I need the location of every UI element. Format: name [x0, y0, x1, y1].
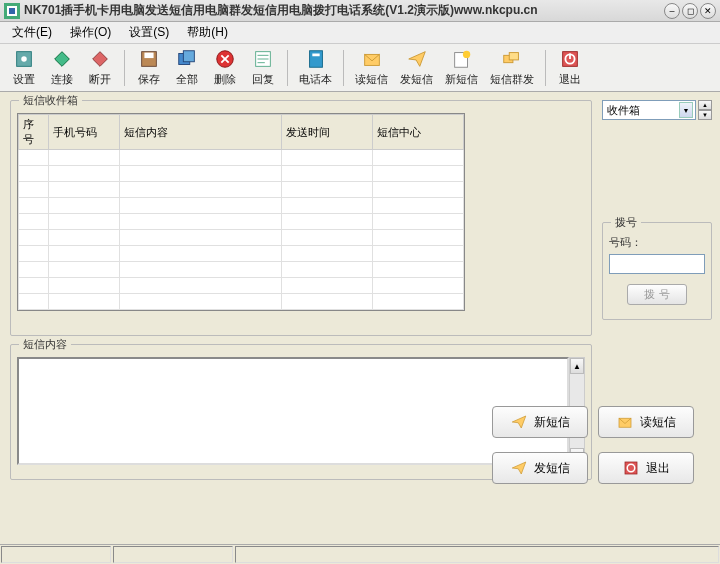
dial-number-label: 号码： [609, 235, 705, 250]
svg-rect-6 [144, 53, 153, 59]
exit-icon [559, 48, 581, 70]
sms-content-textarea[interactable] [17, 357, 569, 465]
new-sms-icon [510, 413, 528, 431]
status-cell [113, 546, 233, 563]
toolbar-disconnect[interactable]: 断开 [82, 45, 118, 90]
save-icon [138, 48, 160, 70]
svg-rect-8 [183, 51, 194, 62]
toolbar-separator [124, 50, 125, 86]
toolbar-send-sms[interactable]: 发短信 [395, 45, 438, 90]
spin-up-button[interactable]: ▲ [698, 100, 712, 110]
table-row[interactable] [19, 278, 464, 294]
phonebook-icon [305, 48, 327, 70]
toolbar-new-sms[interactable]: 新短信 [440, 45, 483, 90]
exit-icon [622, 459, 640, 477]
folder-combo[interactable]: 收件箱 ▼ [602, 100, 696, 120]
menu-help[interactable]: 帮助(H) [179, 22, 236, 43]
menu-bar: 文件(E) 操作(O) 设置(S) 帮助(H) [0, 22, 720, 44]
app-icon [4, 3, 20, 19]
toolbar: 设置 连接 断开 保存 全部 删除 回复 电话本 读短信 发短信 新短信 短信群… [0, 44, 720, 92]
window-title: NK701插手机卡用电脑发送短信用电脑群发短信用电脑拨打电话系统(V1.2演示版… [24, 2, 664, 19]
svg-rect-11 [309, 51, 322, 68]
toolbar-phonebook[interactable]: 电话本 [294, 45, 337, 90]
send-sms-button[interactable]: 发短信 [492, 452, 588, 484]
send-sms-icon [510, 459, 528, 477]
dial-button[interactable]: 拨 号 [627, 284, 686, 305]
inbox-group-title: 短信收件箱 [19, 93, 82, 108]
table-row[interactable] [19, 262, 464, 278]
svg-point-15 [462, 51, 469, 58]
title-bar: NK701插手机卡用电脑发送短信用电脑群发短信用电脑拨打电话系统(V1.2演示版… [0, 0, 720, 22]
col-content[interactable]: 短信内容 [120, 115, 282, 150]
dial-number-input[interactable] [609, 254, 705, 274]
scroll-up-button[interactable]: ▲ [570, 358, 584, 374]
menu-file[interactable]: 文件(E) [4, 22, 60, 43]
svg-point-4 [21, 56, 27, 62]
toolbar-separator [287, 50, 288, 86]
col-time[interactable]: 发送时间 [281, 115, 372, 150]
toolbar-read-sms[interactable]: 读短信 [350, 45, 393, 90]
toolbar-exit[interactable]: 退出 [552, 45, 588, 90]
table-row[interactable] [19, 198, 464, 214]
exit-button[interactable]: 退出 [598, 452, 694, 484]
read-sms-button[interactable]: 读短信 [598, 406, 694, 438]
toolbar-all[interactable]: 全部 [169, 45, 205, 90]
status-bar [0, 544, 720, 564]
table-row[interactable] [19, 182, 464, 198]
sms-content-group-title: 短信内容 [19, 337, 71, 352]
status-cell [1, 546, 111, 563]
toolbar-save[interactable]: 保存 [131, 45, 167, 90]
col-center[interactable]: 短信中心 [372, 115, 463, 150]
toolbar-separator [545, 50, 546, 86]
delete-icon [214, 48, 236, 70]
chevron-down-icon[interactable]: ▼ [679, 102, 693, 118]
table-row[interactable] [19, 230, 464, 246]
status-cell [235, 546, 719, 563]
minimize-button[interactable]: – [664, 3, 680, 19]
connect-icon [51, 48, 73, 70]
table-row[interactable] [19, 310, 464, 312]
menu-operate[interactable]: 操作(O) [62, 22, 119, 43]
maximize-button[interactable]: ◻ [682, 3, 698, 19]
read-sms-icon [361, 48, 383, 70]
toolbar-separator [343, 50, 344, 86]
col-index[interactable]: 序号 [19, 115, 49, 150]
folder-combo-text: 收件箱 [605, 103, 679, 118]
toolbar-setup[interactable]: 设置 [6, 45, 42, 90]
menu-settings[interactable]: 设置(S) [121, 22, 177, 43]
table-row[interactable] [19, 150, 464, 166]
dial-group: 拨号 号码： 拨 号 [602, 222, 712, 320]
send-sms-icon [406, 48, 428, 70]
svg-rect-17 [509, 53, 518, 60]
svg-rect-2 [9, 8, 15, 14]
inbox-table[interactable]: 序号 手机号码 短信内容 发送时间 短信中心 [17, 113, 465, 311]
new-sms-icon [451, 48, 473, 70]
gear-icon [13, 48, 35, 70]
table-row[interactable] [19, 166, 464, 182]
spin-down-button[interactable]: ▼ [698, 110, 712, 120]
reply-icon [252, 48, 274, 70]
table-row[interactable] [19, 246, 464, 262]
inbox-group: 短信收件箱 序号 手机号码 短信内容 发送时间 短信中心 [10, 100, 592, 336]
new-sms-button[interactable]: 新短信 [492, 406, 588, 438]
table-row[interactable] [19, 294, 464, 310]
svg-rect-12 [312, 54, 319, 57]
group-send-icon [501, 48, 523, 70]
disconnect-icon [89, 48, 111, 70]
toolbar-reply[interactable]: 回复 [245, 45, 281, 90]
all-icon [176, 48, 198, 70]
table-row[interactable] [19, 214, 464, 230]
col-phone[interactable]: 手机号码 [49, 115, 120, 150]
toolbar-delete[interactable]: 删除 [207, 45, 243, 90]
toolbar-group-send[interactable]: 短信群发 [485, 45, 539, 90]
close-button[interactable]: ✕ [700, 3, 716, 19]
toolbar-connect[interactable]: 连接 [44, 45, 80, 90]
dial-group-title: 拨号 [611, 215, 641, 230]
read-sms-icon [616, 413, 634, 431]
